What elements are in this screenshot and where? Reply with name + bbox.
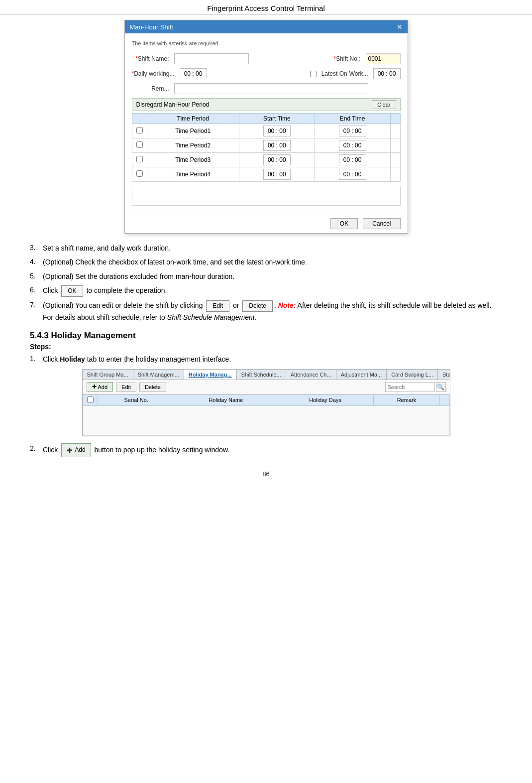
delete-inline-button[interactable]: Delete xyxy=(242,300,273,312)
remark-row: Rem... xyxy=(132,83,401,94)
end-time-3 xyxy=(315,167,390,182)
edit-toolbar-button[interactable]: Edit xyxy=(116,383,136,392)
tab-item-7[interactable]: Statistic Analysis xyxy=(438,370,450,380)
remark-input[interactable] xyxy=(174,83,368,94)
col-end-time: End Time xyxy=(315,114,390,124)
tab-item-5[interactable]: Adjustment Ma... xyxy=(336,370,387,380)
delete-toolbar-button[interactable]: Delete xyxy=(139,383,166,392)
shift-no-label: *Shift No.: xyxy=(323,55,361,62)
col-checkbox xyxy=(132,114,147,124)
search-input[interactable] xyxy=(385,382,435,392)
period-check-1[interactable] xyxy=(136,141,143,148)
instruction-5: 5. (Optional) Set the durations excluded… xyxy=(30,271,502,282)
instruction-3: 3. Set a shift name, and daily work dura… xyxy=(30,243,502,254)
col-select xyxy=(83,394,98,405)
tab-item-1[interactable]: Shift Managem... xyxy=(133,370,184,380)
num-7: 7. xyxy=(30,300,40,323)
period-name-2: Time Period3 xyxy=(147,153,239,167)
select-all-checkbox[interactable] xyxy=(87,396,94,403)
search-icon[interactable]: 🔍 xyxy=(436,382,446,392)
end-time-1 xyxy=(315,138,390,153)
text-5: (Optional) Set the durations excluded fr… xyxy=(43,271,502,282)
page-title: Fingerprint Access Control Terminal xyxy=(0,0,532,15)
cancel-button[interactable]: Cancel xyxy=(363,218,400,229)
period-row: Time Period4 xyxy=(132,167,400,182)
num-5: 5. xyxy=(30,271,40,282)
tab-item-0[interactable]: Shift Group Ma... xyxy=(83,370,133,380)
tab-item-3[interactable]: Shift Schedule... xyxy=(237,370,286,380)
col-extra2 xyxy=(439,394,449,405)
extra-3 xyxy=(390,167,400,182)
col-holiday-name: Holiday Name xyxy=(175,394,277,405)
ok-button[interactable]: OK xyxy=(330,218,358,229)
start-time-2 xyxy=(239,153,315,167)
period-row: Time Period3 xyxy=(132,153,400,167)
period-check-3[interactable] xyxy=(136,170,143,177)
instruction-7: 7. (Optional) You can edit or delete the… xyxy=(30,300,502,323)
step2-instruction: 2. Click ✚ Add button to pop up the holi… xyxy=(30,443,502,457)
shift-name-label: *Shift Name: xyxy=(132,55,169,62)
daily-working-input[interactable] xyxy=(180,68,207,79)
period-name-3: Time Period4 xyxy=(147,167,239,182)
add-icon-img: ✚ xyxy=(67,445,73,456)
period-name-1: Time Period2 xyxy=(147,138,239,153)
add-icon: ✚ xyxy=(92,384,97,390)
holiday-management-screenshot: Shift Group Ma...Shift Managem...Holiday… xyxy=(30,369,502,436)
end-time-0 xyxy=(315,124,390,138)
tab-item-2[interactable]: Holiday Manag... xyxy=(184,370,237,380)
end-input-2[interactable] xyxy=(339,154,366,165)
holiday-table: Serial No. Holiday Name Holiday Days Rem… xyxy=(83,394,450,436)
period-checkbox-2 xyxy=(132,153,147,167)
disregard-label: Disregard Man-Hour Period xyxy=(136,101,210,108)
start-input-0[interactable] xyxy=(263,126,291,136)
edit-inline-button[interactable]: Edit xyxy=(206,300,229,312)
step2-num: 2. xyxy=(30,443,40,457)
empty-area xyxy=(132,186,401,206)
num-4: 4. xyxy=(30,257,40,267)
dialog-body: The items with asterisk are required. *S… xyxy=(125,33,408,214)
page-number: 86 xyxy=(0,460,532,483)
latest-onwork-checkbox[interactable] xyxy=(310,71,317,77)
dialog-wrapper: Man-Hour Shift ✕ The items with asterisk… xyxy=(30,20,502,234)
man-hour-shift-dialog: Man-Hour Shift ✕ The items with asterisk… xyxy=(124,20,408,234)
end-input-1[interactable] xyxy=(339,140,366,151)
start-input-3[interactable] xyxy=(263,169,291,180)
period-table: Time Period Start Time End Time Time Per… xyxy=(132,113,401,182)
instruction-6: 6. Click OK to complete the operation. xyxy=(30,285,502,297)
start-input-1[interactable] xyxy=(263,140,291,151)
latest-onwork-input[interactable] xyxy=(373,68,401,79)
clear-button[interactable]: Clear xyxy=(372,100,396,109)
period-checkbox-3 xyxy=(132,167,147,182)
dialog-title: Man-Hour Shift xyxy=(130,23,173,31)
add-button-img[interactable]: ✚ Add xyxy=(61,443,91,457)
text-7: (Optional) You can edit or delete the sh… xyxy=(43,300,502,323)
shift-name-input[interactable] xyxy=(174,53,249,64)
start-time-3 xyxy=(239,167,315,182)
add-label-img: Add xyxy=(75,445,85,455)
shift-no-input[interactable] xyxy=(366,53,401,64)
col-remark: Remark xyxy=(374,394,439,405)
steps-label: Steps: xyxy=(30,343,502,351)
num-3: 3. xyxy=(30,243,40,254)
period-checkbox-1 xyxy=(132,138,147,153)
close-icon[interactable]: ✕ xyxy=(397,23,403,31)
period-check-0[interactable] xyxy=(136,127,143,133)
num-6: 6. xyxy=(30,285,40,297)
period-check-2[interactable] xyxy=(136,156,143,162)
daily-working-label: *Daily working... xyxy=(132,70,175,77)
end-input-0[interactable] xyxy=(339,126,366,136)
step2-text: Click ✚ Add button to pop up the holiday… xyxy=(43,443,502,457)
ok-inline-button[interactable]: OK xyxy=(61,285,83,297)
end-input-3[interactable] xyxy=(339,169,366,180)
tab-item-4[interactable]: Attendance Ch... xyxy=(286,370,336,380)
period-row: Time Period1 xyxy=(132,124,400,138)
add-toolbar-button[interactable]: ✚ Add xyxy=(87,382,113,392)
dialog-titlebar: Man-Hour Shift ✕ xyxy=(125,20,408,33)
tab-item-6[interactable]: Card Swiping L... xyxy=(387,370,438,380)
text-6: Click OK to complete the operation. xyxy=(43,285,502,297)
remark-label: Rem... xyxy=(132,85,169,92)
note-label: Note: xyxy=(278,301,296,309)
search-box: 🔍 xyxy=(385,382,446,392)
disregard-section-bar: Disregard Man-Hour Period Clear xyxy=(132,98,401,111)
start-input-2[interactable] xyxy=(263,154,291,165)
